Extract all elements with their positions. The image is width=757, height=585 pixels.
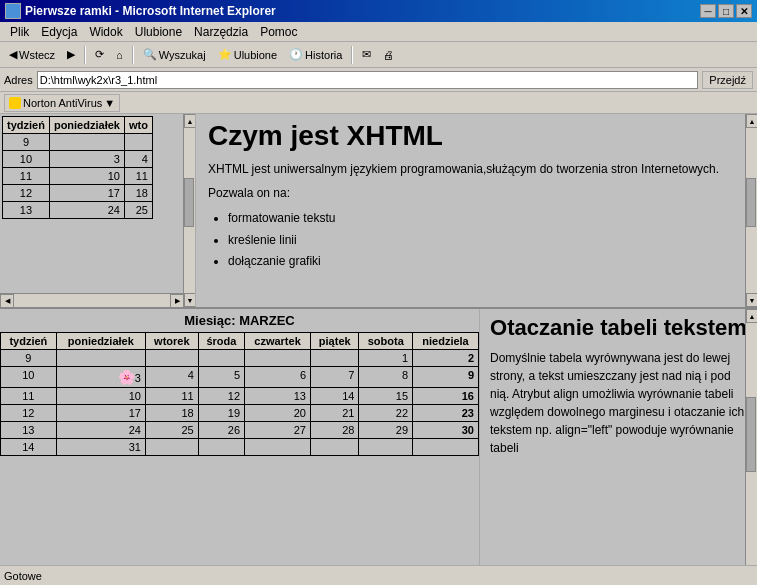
cal-table-cell: 10	[1, 367, 57, 388]
search-button[interactable]: 🔍 Wyszukaj	[138, 44, 211, 66]
mini-table-cell: 24	[49, 202, 124, 219]
xhtml-allows: Pozwala on na:	[208, 184, 745, 202]
xhtml-intro: XHTML jest uniwersalnym językiem program…	[208, 160, 745, 178]
cal-table-cell: 13	[245, 388, 311, 405]
col-tydzien: tydzień	[3, 117, 50, 134]
cal-col-sroda: środa	[198, 333, 244, 350]
history-icon: 🕐	[289, 48, 303, 61]
go-button[interactable]: Przejdź	[702, 71, 753, 89]
list-item-3: dołączanie grafiki	[228, 251, 745, 273]
cal-table-cell: 4	[145, 367, 198, 388]
lower-right-scroll-up[interactable]: ▲	[746, 309, 757, 323]
scroll-down-button[interactable]: ▼	[184, 293, 196, 307]
address-input[interactable]	[37, 71, 699, 89]
history-button[interactable]: 🕐 Historia	[284, 44, 347, 66]
forward-icon: ▶	[67, 48, 75, 61]
cal-col-piatek: piątek	[311, 333, 359, 350]
menu-help[interactable]: Pomoc	[254, 23, 303, 41]
cal-table-cell: 29	[359, 422, 413, 439]
cal-table-cell: 7	[311, 367, 359, 388]
mail-icon: ✉	[362, 48, 371, 61]
scroll-thumb[interactable]	[184, 178, 194, 228]
lower-right-panel: Otaczanie tabeli tekstem Domyślnie tabel…	[480, 309, 757, 585]
address-label: Adres	[4, 74, 33, 86]
cal-table-cell: 10	[56, 388, 145, 405]
separator-2	[132, 46, 134, 64]
cal-table-cell: 31	[56, 439, 145, 456]
hscroll-left-btn[interactable]: ◀	[0, 294, 14, 308]
cal-table-cell	[56, 350, 145, 367]
lower-right-thumb[interactable]	[746, 397, 756, 471]
upper-right-scroll-up[interactable]: ▲	[746, 114, 757, 128]
cal-table-cell: 5	[198, 367, 244, 388]
home-button[interactable]: ⌂	[111, 44, 128, 66]
ie-icon	[5, 3, 21, 19]
maximize-button[interactable]: □	[718, 4, 734, 18]
wrapping-title: Otaczanie tabeli tekstem	[490, 315, 747, 341]
upper-right-track	[746, 128, 757, 293]
cal-col-czwartek: czwartek	[245, 333, 311, 350]
separator-3	[351, 46, 353, 64]
norton-icon	[9, 97, 21, 109]
menu-edit[interactable]: Edycja	[35, 23, 83, 41]
cal-table-cell: 25	[145, 422, 198, 439]
cal-table-cell	[198, 439, 244, 456]
minimize-button[interactable]: ─	[700, 4, 716, 18]
calendar-table-container: tydzień poniedziałek wtorek środa czwart…	[0, 332, 479, 585]
menu-favorites[interactable]: Ulubione	[129, 23, 188, 41]
status-text: Gotowe	[4, 570, 42, 582]
back-icon: ◀	[9, 48, 17, 61]
mini-table-cell: 11	[3, 168, 50, 185]
cal-col-wtorek: wtorek	[145, 333, 198, 350]
cal-table-cell	[145, 350, 198, 367]
mini-table-cell: 12	[3, 185, 50, 202]
full-calendar-table: tydzień poniedziałek wtorek środa czwart…	[0, 332, 479, 456]
cal-table-cell	[145, 439, 198, 456]
titlebar-buttons: ─ □ ✕	[700, 4, 752, 18]
norton-antivirus-button[interactable]: Norton AntiVirus ▼	[4, 94, 120, 112]
star-icon: ⭐	[218, 48, 232, 61]
menu-file[interactable]: Plik	[4, 23, 35, 41]
mini-table-cell: 25	[124, 202, 152, 219]
menu-tools[interactable]: Narzędzia	[188, 23, 254, 41]
cal-table-cell: 16	[413, 388, 479, 405]
refresh-button[interactable]: ⟳	[90, 44, 109, 66]
cal-table-cell: 24	[56, 422, 145, 439]
cal-table-cell: 23	[413, 405, 479, 422]
cal-table-cell	[359, 439, 413, 456]
hscroll-right-btn[interactable]: ▶	[170, 294, 184, 308]
mini-table-cell	[124, 134, 152, 151]
col-poniedzialek: poniedziałek	[49, 117, 124, 134]
cal-table-cell	[311, 350, 359, 367]
cal-table-cell: 6	[245, 367, 311, 388]
scroll-up-button[interactable]: ▲	[184, 114, 196, 128]
print-button[interactable]: 🖨	[378, 44, 399, 66]
upper-right-scrollbar: ▲ ▼	[745, 114, 757, 307]
month-name: MARZEC	[239, 313, 295, 328]
titlebar: Pierwsze ramki - Microsoft Internet Expl…	[0, 0, 757, 22]
cal-table-cell: 1	[359, 350, 413, 367]
upper-right-thumb[interactable]	[746, 178, 756, 228]
print-icon: 🖨	[383, 49, 394, 61]
linksbar: Norton AntiVirus ▼	[0, 92, 757, 114]
upper-left-hscroll: ◀ ▶	[0, 293, 184, 307]
cal-table-cell	[198, 350, 244, 367]
menu-view[interactable]: Widok	[83, 23, 128, 41]
favorites-button[interactable]: ⭐ Ulubione	[213, 44, 282, 66]
cal-table-cell: 20	[245, 405, 311, 422]
mail-button[interactable]: ✉	[357, 44, 376, 66]
cal-table-cell: 11	[1, 388, 57, 405]
xhtml-features-list: formatowanie tekstu kreślenie linii dołą…	[208, 208, 745, 273]
toolbar: ◀ Wstecz ▶ ⟳ ⌂ 🔍 Wyszukaj ⭐ Ulubione 🕐 H…	[0, 42, 757, 68]
forward-button[interactable]: ▶	[62, 44, 80, 66]
mini-table-cell: 18	[124, 185, 152, 202]
back-button[interactable]: ◀ Wstecz	[4, 44, 60, 66]
upper-right-scroll-down[interactable]: ▼	[746, 293, 757, 307]
main-wrapper: tydzień poniedziałek wto 910341110111217…	[0, 114, 757, 585]
cal-table-cell: 13	[1, 422, 57, 439]
cal-table-cell: 30	[413, 422, 479, 439]
close-button[interactable]: ✕	[736, 4, 752, 18]
cal-col-poniedzialek: poniedziałek	[56, 333, 145, 350]
refresh-icon: ⟳	[95, 48, 104, 61]
mini-table-cell: 10	[49, 168, 124, 185]
